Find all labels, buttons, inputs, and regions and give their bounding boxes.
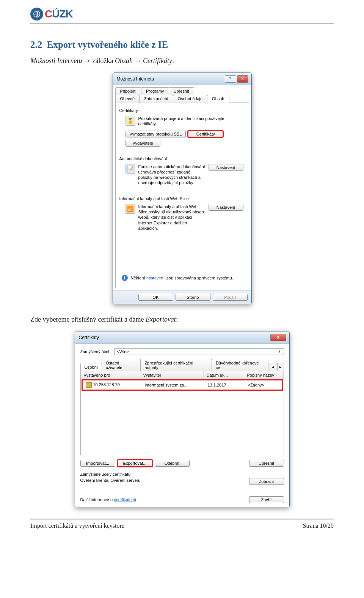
group-autocomplete: Automatické dokončování 📝 Funkce automat… (119, 156, 245, 193)
group-feed-label: Informační kanály a oblasti Web Slice (119, 196, 245, 201)
header-divider (30, 24, 334, 24)
info-text-b: jsou spravována správcem systému. (165, 276, 233, 280)
col-date[interactable]: Datum uk... (204, 371, 244, 379)
tab-intermediate-ca[interactable]: Zprostředkující certifikační autority (140, 359, 212, 371)
dialog2-title: Certifikáty (79, 335, 99, 340)
cert-purposes-text: Ověření klienta, Ověření serveru (80, 478, 249, 483)
col-issuer[interactable]: Vystavitel (140, 371, 204, 379)
group-cert-label: Certifikáty (119, 108, 245, 113)
feed-settings-button[interactable]: Nastavení (209, 204, 243, 211)
row-issuer: Informacni system za... (142, 382, 205, 388)
purpose-label: Zamýšlený účel: (80, 349, 110, 354)
cert-row-icon (86, 382, 92, 388)
tab-scroll-right[interactable]: ► (277, 363, 284, 371)
tab-scroll-left[interactable]: ◄ (270, 363, 276, 371)
chevron-down-icon: ▼ (278, 350, 281, 353)
view-button[interactable]: Zobrazit (249, 478, 284, 485)
footer-right: Strana 10/20 (303, 522, 334, 529)
advanced-button[interactable]: Upřesnit (249, 460, 284, 467)
dialog2-close-button[interactable]: X (270, 334, 286, 341)
help-button[interactable]: ? (225, 75, 236, 83)
page-header: CÚZK (30, 8, 334, 21)
purpose-combobox[interactable]: <Vše> ▼ (114, 348, 284, 355)
group-feeds: Informační kanály a oblasti Web Slice 📶 … (119, 196, 245, 238)
ok-button[interactable]: OK (138, 294, 173, 301)
cancel-button[interactable]: Storno (176, 294, 210, 301)
internet-options-dialog: Možnosti Internetu ? X Připojení Program… (113, 73, 252, 304)
tab-pripojeni[interactable]: Připojení (115, 87, 141, 95)
certificates-button[interactable]: Certifikáty (188, 131, 223, 137)
certificate-row[interactable]: 10.253.128.79 Informacni system za... 13… (83, 380, 282, 390)
dialog2-titlebar[interactable]: Certifikáty X (75, 331, 289, 344)
moreinfo-text: Další informace o certifikátech (80, 497, 136, 502)
footer-left: Import certifikátů a vytvoření keystore (30, 522, 124, 529)
col-issued-to[interactable]: Vystaveno pro (81, 371, 140, 379)
tab-obsah[interactable]: Obsah (207, 95, 229, 103)
apply-button[interactable]: Použít (213, 294, 248, 301)
dialog1-title: Možnosti Internetu (117, 76, 154, 82)
tab-upresnit[interactable]: Upřesnit (169, 87, 194, 95)
row-issued-to: 10.253.128.79 (93, 382, 120, 387)
certificates-dialog: Certifikáty X Zamýšlený účel: <Vše> ▼ Os… (75, 331, 290, 507)
info-text-a: Některá (131, 276, 147, 280)
close-button[interactable]: X (237, 75, 248, 83)
close-dialog-button[interactable]: Zavřít (249, 496, 284, 503)
feed-desc: Informační kanály a oblasti Web Slice po… (138, 204, 206, 231)
export-button[interactable]: Exportovat... (118, 460, 152, 467)
tab-obecne[interactable]: Obecné (115, 95, 140, 103)
ac-settings-button[interactable]: Nastavení (209, 164, 243, 171)
info-bar: i Některá nastavení jsou spravována sprá… (119, 272, 245, 284)
info-settings-link[interactable]: nastavení (146, 276, 165, 280)
remove-button[interactable]: Odebrat (155, 460, 190, 467)
row-friendly: <Žádný> (245, 382, 282, 388)
col-friendly[interactable]: Popisný název (244, 371, 284, 379)
purpose-value: <Vše> (117, 349, 129, 354)
tab-programy[interactable]: Programy (141, 87, 169, 95)
logo: CÚZK (30, 8, 73, 21)
dialog1-titlebar[interactable]: Možnosti Internetu ? X (113, 73, 251, 85)
globe-icon (30, 8, 43, 21)
group-ac-label: Automatické dokončování (119, 156, 245, 161)
certificate-icon: 🏅 (126, 116, 135, 126)
autocomplete-icon: 📝 (126, 164, 135, 174)
group-certificates: Certifikáty 🏅 Pro šifrovaná připojení a … (119, 108, 245, 153)
publishers-button[interactable]: Vydavatelé (126, 140, 160, 147)
tab-ostatni[interactable]: Ostatní uživatelé (102, 359, 141, 371)
page-footer: Import certifikátů a vytvoření keystore … (30, 522, 334, 537)
certificates-info-link[interactable]: certifikátech (114, 497, 136, 502)
intro-paragraph: Možnosti Internetu → záložka Obsah → Cer… (30, 57, 334, 65)
certificate-listview[interactable]: Vystaveno pro Vystavitel Datum uk... Pop… (80, 371, 284, 455)
logo-text: CÚZK (45, 8, 73, 20)
row-date: 13.1.2017 (205, 382, 245, 388)
cert-desc: Pro šifrovaná připojení a identifikaci p… (138, 116, 243, 127)
listview-header: Vystaveno pro Vystavitel Datum uk... Pop… (81, 371, 284, 379)
rss-icon: 📶 (126, 204, 135, 214)
footer-divider (30, 519, 334, 519)
import-button[interactable]: Importovat... (80, 460, 115, 467)
section-heading: 2.2 Export vytvořeného klíče z IE (30, 39, 334, 50)
tab-osobni-udaje[interactable]: Osobní údaje (173, 95, 207, 103)
clear-ssl-button[interactable]: Vymazat stav protokolu SSL (126, 131, 186, 137)
info-icon: i (122, 275, 128, 281)
tab-zabezpeceni[interactable]: Zabezpečení (139, 95, 173, 103)
selected-row-highlight: 10.253.128.79 Informacni system za... 13… (82, 379, 283, 391)
paragraph-2: Zde vybereme příslušný certifikát a dáme… (30, 316, 334, 323)
tab-trusted-root[interactable]: Důvěryhodné kořenové ce (212, 359, 268, 371)
tab-osobni[interactable]: Osobní (80, 363, 102, 371)
cert-purposes-label: Zamýšlené účely certifikátu (80, 472, 284, 477)
ac-desc: Funkce automatického dokončování uchováv… (138, 164, 206, 186)
